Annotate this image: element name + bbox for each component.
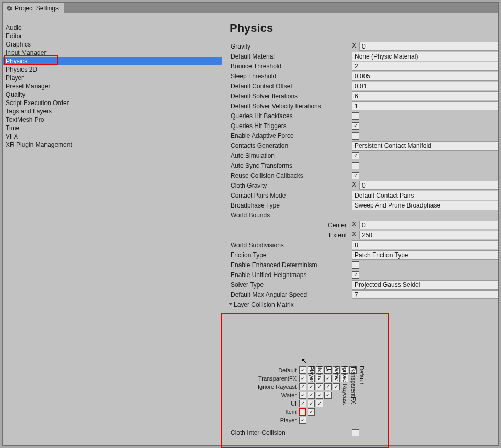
world-center-x-input[interactable]	[359, 221, 498, 229]
axis-label-x: X	[352, 221, 359, 229]
matrix-col-label: Ignore Raycast	[342, 366, 348, 405]
prop-value	[352, 152, 498, 159]
page-title: Physics	[222, 21, 498, 41]
prop-label: Extent	[226, 232, 352, 239]
sidebar-item-xr-plugin-management[interactable]: XR Plugin Management	[3, 141, 222, 149]
highlight-physics	[4, 55, 58, 65]
axis-label-x: X	[352, 231, 359, 239]
queries-hit-triggers-checkbox[interactable]	[352, 122, 359, 130]
gear-icon	[6, 5, 13, 12]
matrix-col-label: Water	[334, 366, 340, 381]
prop-label: Cloth Gravity	[226, 182, 352, 189]
default-solver-velocity-iterations-input[interactable]	[352, 101, 498, 110]
sidebar-item-physics-2d[interactable]: Physics 2D	[3, 65, 222, 74]
prop-row: Contact Pairs ModeDefault Contact Pairs	[226, 190, 498, 200]
prop-label: Enable Adaptive Force	[226, 132, 352, 140]
prop-value	[352, 101, 498, 110]
gravity-x-input[interactable]	[359, 42, 498, 51]
prop-value: Persistent Contact Manifold	[352, 141, 498, 151]
sidebar-item-editor[interactable]: Editor	[3, 32, 222, 40]
prop-row: Queries Hit Backfaces	[226, 111, 498, 121]
friction-type-dropdown[interactable]: Patch Friction Type	[352, 250, 498, 260]
prop-row: Default Solver Velocity Iterations	[226, 101, 498, 111]
prop-row: Cloth GravityX	[226, 180, 498, 190]
prop-row: Contacts GenerationPersistent Contact Ma…	[226, 141, 498, 151]
tab-label: Project Settings	[15, 5, 59, 12]
bounce-threshold-input[interactable]	[352, 62, 498, 71]
prop-row: Queries Hit Triggers	[226, 121, 498, 131]
sidebar-item-preset-manager[interactable]: Preset Manager	[3, 82, 222, 90]
prop-value: X	[352, 221, 498, 229]
broadphase-type-dropdown[interactable]: Sweep And Prune Broadphase	[352, 201, 498, 210]
prop-row: Enable Unified Heightmaps	[226, 270, 498, 280]
prop-value: Patch Friction Type	[352, 250, 498, 260]
prop-value: X	[352, 42, 498, 51]
prop-label: Solver Type	[226, 281, 352, 289]
sidebar-item-tags-and-layers[interactable]: Tags and Layers	[3, 107, 222, 116]
default-max-angular-speed-input[interactable]	[352, 290, 498, 299]
prop-label: Bounce Threshold	[226, 63, 352, 70]
prop-value: Projected Gauss Seidel	[352, 280, 498, 290]
sleep-threshold-input[interactable]	[352, 72, 498, 81]
reuse-collision-callbacks-checkbox[interactable]	[352, 172, 359, 179]
auto-sync-transforms-checkbox[interactable]	[352, 162, 359, 169]
matrix-col-label: TransparentFX	[350, 366, 357, 404]
sidebar-item-player[interactable]: Player	[3, 74, 222, 82]
tab-project-settings[interactable]: Project Settings	[3, 3, 64, 13]
default-solver-iterations-input[interactable]	[352, 91, 498, 100]
default-material-dropdown[interactable]: None (Physic Material)	[352, 52, 498, 61]
prop-row: World Subdivisions	[226, 240, 498, 250]
matrix-col-label: Player	[309, 366, 315, 382]
prop-label: Queries Hit Triggers	[226, 122, 352, 130]
prop-value	[352, 62, 498, 71]
prop-row: Sleep Threshold	[226, 71, 498, 81]
world-subdivisions-input[interactable]	[352, 240, 498, 249]
sidebar-item-textmesh-pro[interactable]: TextMesh Pro	[3, 116, 222, 124]
enable-enhanced-determinism-checkbox[interactable]	[352, 261, 359, 269]
prop-value	[352, 290, 498, 299]
prop-value	[352, 240, 498, 249]
prop-label: Enable Enhanced Determinism	[226, 261, 352, 269]
world-extent-x-input[interactable]	[359, 231, 498, 239]
contacts-generation-dropdown[interactable]: Persistent Contact Manifold	[352, 141, 498, 151]
prop-label: Friction Type	[226, 251, 352, 259]
enable-unified-heightmaps-checkbox[interactable]	[352, 271, 359, 279]
enable-adaptive-force-checkbox[interactable]	[352, 132, 359, 140]
prop-value	[352, 122, 498, 130]
prop-label: Default Material	[226, 53, 352, 60]
sidebar-item-audio[interactable]: Audio	[3, 24, 222, 32]
prop-row: Default Contact Offset	[226, 81, 498, 91]
sidebar-item-script-execution-order[interactable]: Script Execution Order	[3, 99, 222, 107]
prop-value: X	[352, 231, 498, 239]
prop-row: GravityX	[226, 41, 498, 51]
prop-label: Center	[226, 222, 352, 229]
prop-value	[352, 132, 498, 140]
prop-row: CenterX	[226, 220, 498, 230]
prop-label: Default Max Angular Speed	[226, 291, 352, 298]
auto-simulation-checkbox[interactable]	[352, 152, 359, 159]
default-contact-offset-input[interactable]	[352, 82, 498, 90]
sidebar-item-quality[interactable]: Quality	[3, 90, 222, 99]
prop-value	[352, 162, 498, 169]
cloth-gravity-x-input[interactable]	[359, 181, 498, 190]
prop-row: Enable Enhanced Determinism	[226, 260, 498, 270]
project-settings-window: Project Settings AudioEditorGraphicsInpu…	[2, 2, 499, 446]
matrix-col-label: UI	[325, 366, 332, 372]
solver-type-dropdown[interactable]: Projected Gauss Seidel	[352, 280, 498, 290]
prop-row: Friction TypePatch Friction Type	[226, 250, 498, 260]
prop-row: Default MaterialNone (Physic Material)	[226, 51, 498, 61]
sidebar-item-time[interactable]: Time	[3, 124, 222, 132]
sidebar-item-vfx[interactable]: VFX	[3, 132, 222, 141]
prop-value	[352, 112, 498, 120]
prop-label: Queries Hit Backfaces	[226, 112, 352, 120]
main-panel: Physics GravityXDefault MaterialNone (Ph…	[222, 13, 498, 445]
prop-label: World Subdivisions	[226, 242, 352, 249]
prop-value: None (Physic Material)	[352, 52, 498, 61]
contact-pairs-mode-dropdown[interactable]: Default Contact Pairs	[352, 191, 498, 200]
foldout-arrow-icon	[229, 303, 233, 305]
queries-hit-backfaces-checkbox[interactable]	[352, 112, 359, 120]
layer-collision-matrix-foldout[interactable]: Layer Collision Matrix	[226, 300, 498, 309]
prop-row: Auto Sync Transforms	[226, 160, 498, 170]
prop-row: Enable Adaptive Force	[226, 131, 498, 141]
sidebar-item-graphics[interactable]: Graphics	[3, 40, 222, 49]
